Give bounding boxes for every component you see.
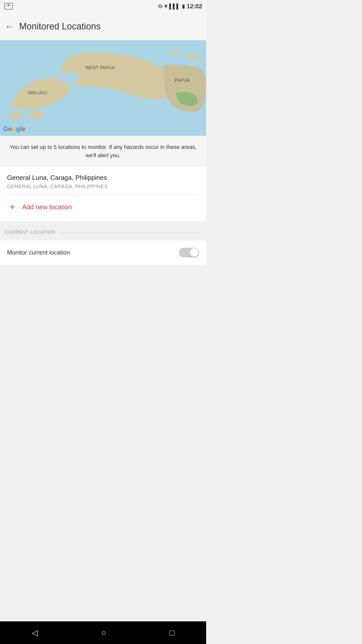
toggle-knob bbox=[190, 248, 198, 257]
info-text: You can set up to 5 locations to monitor… bbox=[5, 143, 201, 159]
signal-icon: ▌▌▌ bbox=[169, 4, 180, 9]
location-card: General Luna, Caraga, Philippines GENERA… bbox=[0, 167, 206, 222]
location-name: General Luna, Caraga, Philippines bbox=[7, 174, 199, 182]
location-subtitle: GENERAL LUNA, CARAGA, PHILIPPINES bbox=[7, 184, 199, 189]
svg-point-7 bbox=[186, 54, 197, 59]
app-icon bbox=[4, 2, 13, 10]
info-section: You can set up to 5 locations to monitor… bbox=[0, 136, 206, 167]
do-not-disturb-icon: ⊖ bbox=[158, 3, 162, 10]
page-title: Monitored Locations bbox=[19, 21, 101, 32]
svg-rect-0 bbox=[5, 3, 13, 9]
map-svg: WEST PAPUA MALUKU PAPUA bbox=[0, 40, 206, 136]
section-label: CURRENT LOCATION bbox=[5, 230, 55, 235]
back-button[interactable]: ← bbox=[5, 21, 14, 32]
google-logo: Google bbox=[3, 125, 26, 133]
plus-icon: + bbox=[7, 202, 18, 212]
wifi-icon: ▾ bbox=[164, 3, 167, 10]
status-bar: ⊖ ▾ ▌▌▌ ▮ 12:02 bbox=[0, 0, 206, 13]
status-bar-right: ⊖ ▾ ▌▌▌ ▮ 12:02 bbox=[158, 3, 202, 10]
section-divider-line bbox=[59, 232, 201, 232]
toggle-label: Monitor current location bbox=[7, 249, 70, 256]
current-location-section-header: CURRENT LOCATION bbox=[0, 225, 206, 240]
add-location-label: Add new location bbox=[22, 203, 72, 211]
monitor-current-location-card: Monitor current location bbox=[0, 240, 206, 265]
svg-text:PAPUA: PAPUA bbox=[175, 78, 190, 83]
svg-point-9 bbox=[171, 51, 180, 55]
svg-point-8 bbox=[195, 57, 202, 61]
app-bar: ← Monitored Locations bbox=[0, 13, 206, 40]
time-display: 12:02 bbox=[187, 3, 202, 10]
battery-icon: ▮ bbox=[182, 3, 185, 9]
svg-point-5 bbox=[9, 112, 23, 119]
map-view[interactable]: WEST PAPUA MALUKU PAPUA Google bbox=[0, 40, 206, 136]
card-divider bbox=[7, 194, 199, 195]
empty-space bbox=[0, 265, 206, 341]
add-location-button[interactable]: + Add new location bbox=[7, 200, 199, 214]
status-bar-left bbox=[4, 2, 13, 10]
svg-text:MALUKU: MALUKU bbox=[28, 90, 47, 95]
svg-text:WEST PAPUA: WEST PAPUA bbox=[85, 65, 115, 70]
monitor-location-toggle[interactable] bbox=[179, 248, 199, 257]
